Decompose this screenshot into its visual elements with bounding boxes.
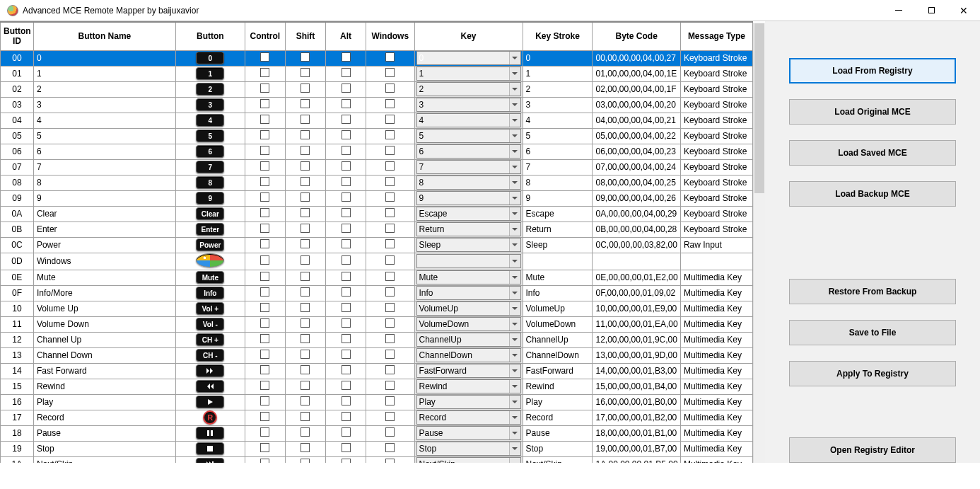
cell-button[interactable] <box>175 425 245 441</box>
cell-name[interactable]: 3 <box>33 97 175 113</box>
control-checkbox[interactable] <box>260 161 269 171</box>
cell-button[interactable] <box>175 441 245 456</box>
key-dropdown[interactable]: 4 <box>416 113 521 127</box>
cell-key[interactable]: 7 <box>414 159 523 175</box>
key-dropdown[interactable]: Next/Skip <box>416 457 521 463</box>
cell-key[interactable]: 4 <box>414 113 523 128</box>
cell-windows[interactable] <box>366 285 414 301</box>
cell-windows[interactable] <box>366 253 414 270</box>
col-byte-code[interactable]: Byte Code <box>593 22 680 50</box>
key-dropdown[interactable]: Return <box>416 222 521 236</box>
cell-windows[interactable] <box>366 222 414 237</box>
shift-checkbox[interactable] <box>301 52 310 62</box>
cell-alt[interactable] <box>326 222 366 237</box>
cell-id[interactable]: 15 <box>1 379 34 394</box>
cell-name[interactable]: 0 <box>33 50 175 66</box>
alt-checkbox[interactable] <box>342 427 351 437</box>
cell-msg[interactable]: Keyboard Stroke <box>680 222 752 237</box>
cell-name[interactable]: Stop <box>33 441 175 456</box>
cell-shift[interactable] <box>285 332 325 347</box>
cell-name[interactable]: Play <box>33 394 175 410</box>
cell-windows[interactable] <box>366 190 414 206</box>
cell-name[interactable]: Channel Down <box>33 347 175 363</box>
cell-msg[interactable]: Multimedia Key <box>680 363 752 379</box>
table-row[interactable]: 02 2 2 2 2 02,00,00,00,04,00,1F Keyboard… <box>1 81 753 97</box>
table-row[interactable]: 01 1 1 1 1 01,00,00,00,04,00,1E Keyboard… <box>1 66 753 81</box>
cell-id[interactable]: 04 <box>1 113 34 128</box>
shift-checkbox[interactable] <box>301 161 310 171</box>
control-checkbox[interactable] <box>260 287 269 297</box>
cell-control[interactable] <box>245 347 285 363</box>
cell-byte[interactable]: 0A,00,00,00,04,00,29 <box>593 206 680 222</box>
shift-checkbox[interactable] <box>301 287 310 297</box>
control-checkbox[interactable] <box>260 365 269 374</box>
cell-shift[interactable] <box>285 363 325 379</box>
cell-byte[interactable]: 19,00,00,00,01,B7,00 <box>593 441 680 456</box>
cell-name[interactable]: Power <box>33 237 175 253</box>
cell-button[interactable]: 5 <box>175 128 245 144</box>
cell-key[interactable]: 0 <box>414 50 523 66</box>
cell-stroke[interactable]: Record <box>523 410 593 425</box>
cell-stroke[interactable]: Return <box>523 222 593 237</box>
table-row[interactable]: 09 9 9 9 9 09,00,00,00,04,00,26 Keyboard… <box>1 190 753 206</box>
control-checkbox[interactable] <box>260 239 269 248</box>
control-checkbox[interactable] <box>260 177 269 186</box>
cell-key[interactable]: 1 <box>414 66 523 81</box>
cell-name[interactable]: Windows <box>33 253 175 270</box>
cell-msg[interactable]: Keyboard Stroke <box>680 97 752 113</box>
shift-checkbox[interactable] <box>301 350 310 359</box>
col-key[interactable]: Key <box>414 22 523 50</box>
cell-msg[interactable]: Keyboard Stroke <box>680 175 752 190</box>
windows-checkbox[interactable] <box>385 255 395 265</box>
cell-stroke[interactable]: Stop <box>523 441 593 456</box>
cell-id[interactable]: 19 <box>1 441 34 456</box>
cell-msg[interactable]: Multimedia Key <box>680 441 752 456</box>
cell-alt[interactable] <box>326 175 366 190</box>
key-dropdown[interactable]: 9 <box>416 191 521 205</box>
cell-windows[interactable] <box>366 159 414 175</box>
windows-checkbox[interactable] <box>385 239 395 248</box>
cell-windows[interactable] <box>366 410 414 425</box>
key-dropdown[interactable]: 8 <box>416 176 521 190</box>
cell-control[interactable] <box>245 270 285 285</box>
cell-windows[interactable] <box>366 50 414 66</box>
cell-alt[interactable] <box>326 285 366 301</box>
cell-control[interactable] <box>245 222 285 237</box>
alt-checkbox[interactable] <box>342 192 351 202</box>
load-backup-mce-button[interactable]: Load Backup MCE <box>789 181 956 207</box>
cell-control[interactable] <box>245 66 285 81</box>
key-dropdown[interactable]: VolumeUp <box>416 301 521 316</box>
alt-checkbox[interactable] <box>342 52 351 62</box>
cell-windows[interactable] <box>366 363 414 379</box>
load-from-registry-button[interactable]: Load From Registry <box>789 58 956 84</box>
table-row[interactable]: 07 7 7 7 7 07,00,00,00,04,00,24 Keyboard… <box>1 159 753 175</box>
cell-name[interactable]: Fast Forward <box>33 363 175 379</box>
table-row[interactable]: 06 6 6 6 6 06,00,00,00,04,00,23 Keyboard… <box>1 144 753 159</box>
key-dropdown[interactable]: 3 <box>416 98 521 112</box>
cell-alt[interactable] <box>326 144 366 159</box>
cell-alt[interactable] <box>326 206 366 222</box>
cell-alt[interactable] <box>326 347 366 363</box>
table-row[interactable]: 10 Volume Up Vol + VolumeUp VolumeUp 10,… <box>1 301 753 316</box>
windows-checkbox[interactable] <box>385 350 395 359</box>
cell-key[interactable]: Play <box>414 394 523 410</box>
cell-byte[interactable]: 0E,00,00,00,01,E2,00 <box>593 270 680 285</box>
windows-checkbox[interactable] <box>385 161 395 171</box>
apply-to-registry-button[interactable]: Apply To Registry <box>789 361 956 386</box>
key-dropdown[interactable]: ChannelDown <box>416 348 521 362</box>
cell-key[interactable]: 2 <box>414 81 523 97</box>
cell-alt[interactable] <box>326 159 366 175</box>
alt-checkbox[interactable] <box>342 255 351 265</box>
windows-checkbox[interactable] <box>385 208 395 217</box>
alt-checkbox[interactable] <box>342 224 351 233</box>
control-checkbox[interactable] <box>260 443 269 452</box>
cell-windows[interactable] <box>366 144 414 159</box>
cell-name[interactable]: Next/Skip <box>33 456 175 463</box>
windows-checkbox[interactable] <box>385 334 395 343</box>
cell-windows[interactable] <box>366 332 414 347</box>
cell-msg[interactable]: Keyboard Stroke <box>680 128 752 144</box>
shift-checkbox[interactable] <box>301 255 310 265</box>
cell-byte[interactable]: 1A,00,00,00,01,B5,00 <box>593 456 680 463</box>
cell-control[interactable] <box>245 285 285 301</box>
cell-alt[interactable] <box>326 301 366 316</box>
